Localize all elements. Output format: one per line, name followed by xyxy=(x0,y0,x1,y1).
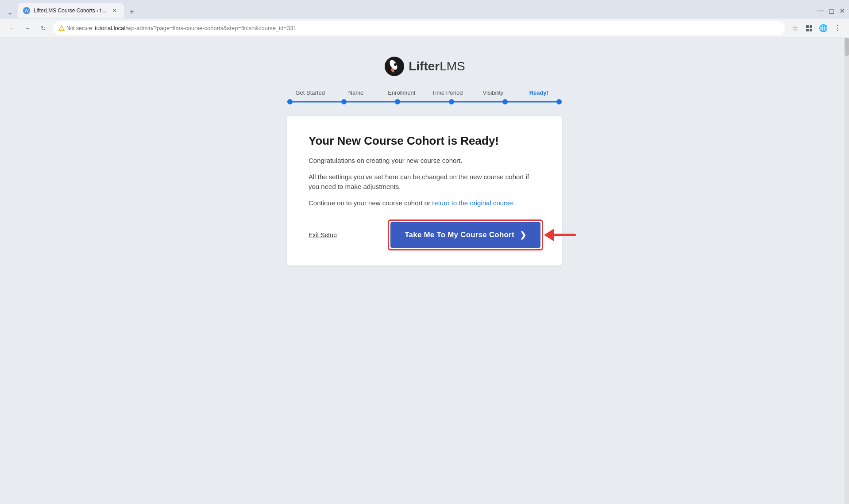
logo-area: LifterLMS xyxy=(384,56,465,77)
card-paragraph-3: Continue on to your new course cohort or… xyxy=(309,198,540,208)
toolbar-right: ☆ 🌐 ⋮ xyxy=(789,22,844,35)
take-me-to-cohort-button[interactable]: Take Me To My Course Cohort ❯ xyxy=(390,222,540,248)
reload-button[interactable]: ↻ xyxy=(37,22,50,35)
tab-dropdown-button[interactable]: ⌄ xyxy=(4,6,16,18)
warning-icon: ! xyxy=(58,25,65,31)
tab-close-button[interactable]: ✕ xyxy=(111,7,119,15)
step-label-visibility: Visibility xyxy=(470,89,516,96)
restore-button[interactable]: ◻ xyxy=(828,7,835,14)
card-actions: Exit Setup Take Me To My Course Cohort ❯ xyxy=(309,222,540,248)
svg-point-10 xyxy=(394,63,397,66)
cta-container: Take Me To My Course Cohort ❯ xyxy=(390,222,540,248)
active-tab[interactable]: W LifterLMS Course Cohorts ‹ tuto... ✕ xyxy=(18,3,124,18)
step-label-time-period: Time Period xyxy=(424,89,470,96)
extensions-button[interactable] xyxy=(803,22,815,35)
logo-text: LifterLMS xyxy=(409,59,465,73)
tab-title: LifterLMS Course Cohorts ‹ tuto... xyxy=(34,8,107,14)
bookmark-button[interactable]: ☆ xyxy=(789,22,801,35)
chevron-right-icon: ❯ xyxy=(520,230,526,240)
card-title: Your New Course Cohort is Ready! xyxy=(309,134,540,148)
tab-favicon: W xyxy=(23,7,30,14)
completion-card: Your New Course Cohort is Ready! Congrat… xyxy=(287,116,562,265)
scrollbar-track[interactable] xyxy=(845,38,849,504)
browser-chrome: ⌄ W LifterLMS Course Cohorts ‹ tuto... ✕… xyxy=(0,0,849,38)
svg-rect-3 xyxy=(806,25,809,28)
forward-button[interactable]: → xyxy=(21,22,34,35)
step-dot-3 xyxy=(395,99,400,104)
step-dot-1 xyxy=(287,99,293,104)
arrow-shaft xyxy=(554,234,576,236)
menu-button[interactable]: ⋮ xyxy=(831,22,844,35)
page-content: LifterLMS Get Started Name Enrollment Ti… xyxy=(0,38,849,504)
step-dot-4 xyxy=(449,99,454,104)
svg-rect-5 xyxy=(806,29,809,31)
step-dots xyxy=(287,99,562,104)
step-label-get-started: Get Started xyxy=(287,89,333,96)
security-badge: ! Not secure xyxy=(58,25,92,31)
svg-rect-4 xyxy=(810,25,812,28)
address-bar-row: ← → ↻ ! Not secure tutorial.local/wp-adm… xyxy=(0,19,849,38)
step-label-name: Name xyxy=(333,89,378,96)
svg-rect-6 xyxy=(810,29,812,31)
puzzle-icon xyxy=(805,24,813,32)
scrollbar-thumb[interactable] xyxy=(845,38,849,56)
return-to-course-link[interactable]: return to the original course. xyxy=(432,199,515,207)
card-paragraph-2: All the settings you've set here can be … xyxy=(309,172,540,192)
steps-wizard: Get Started Name Enrollment Time Period … xyxy=(287,89,562,104)
window-controls: — ◻ ✕ xyxy=(817,7,845,14)
step-label-ready: Ready! xyxy=(516,89,562,96)
url-text: tutorial.local/wp-admin/?page=llms-cours… xyxy=(95,25,297,31)
step-dot-2 xyxy=(341,99,347,104)
step-dot-5 xyxy=(502,99,508,104)
step-labels: Get Started Name Enrollment Time Period … xyxy=(287,89,562,96)
cta-wrapper: Take Me To My Course Cohort ❯ xyxy=(390,222,540,248)
back-button[interactable]: ← xyxy=(5,22,18,35)
steps-track xyxy=(287,100,562,104)
tab-bar: ⌄ W LifterLMS Course Cohorts ‹ tuto... ✕… xyxy=(4,3,138,18)
arrow-head xyxy=(544,229,554,241)
exit-setup-link[interactable]: Exit Setup xyxy=(309,231,337,239)
step-label-enrollment: Enrollment xyxy=(379,89,424,96)
arrow-indicator xyxy=(544,229,576,241)
svg-text:W: W xyxy=(24,8,29,13)
profile-button[interactable]: 🌐 xyxy=(817,22,830,35)
url-bar[interactable]: ! Not secure tutorial.local/wp-admin/?pa… xyxy=(53,21,785,35)
browser-titlebar: ⌄ W LifterLMS Course Cohorts ‹ tuto... ✕… xyxy=(0,0,849,19)
lifterlms-logo-icon xyxy=(384,56,405,77)
svg-text:!: ! xyxy=(62,27,62,30)
step-dot-6 xyxy=(556,99,562,104)
new-tab-button[interactable]: + xyxy=(126,6,138,18)
minimize-button[interactable]: — xyxy=(817,7,824,14)
close-button[interactable]: ✕ xyxy=(838,7,845,14)
card-paragraph-1: Congratulations on creating your new cou… xyxy=(309,156,540,166)
